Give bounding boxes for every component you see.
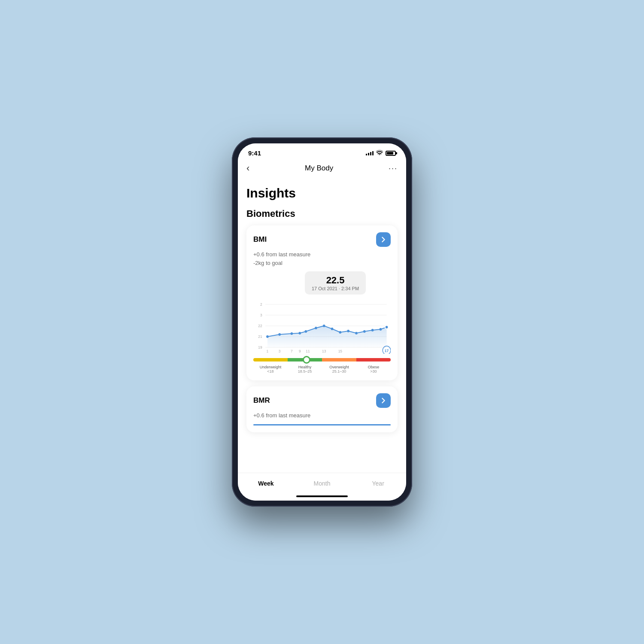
status-bar: 9:41: [238, 143, 406, 159]
back-button[interactable]: ‹: [246, 163, 249, 174]
scale-range-underweight: <18: [253, 369, 288, 374]
bmi-card: BMI +0.6 from last measure -2kg to goal …: [246, 225, 398, 380]
svg-text:11: 11: [306, 349, 310, 353]
svg-point-21: [363, 330, 366, 333]
bmr-subtitle: +0.6 from last measure: [253, 411, 391, 420]
svg-text:17: 17: [385, 349, 389, 353]
page-title: Insights: [246, 186, 398, 200]
svg-point-18: [339, 331, 342, 334]
svg-text:9: 9: [299, 349, 301, 353]
more-button[interactable]: ···: [389, 164, 398, 173]
svg-point-13: [298, 332, 301, 334]
chevron-right-icon: [380, 237, 386, 243]
svg-point-17: [331, 328, 334, 330]
scale-label-underweight: Underweight: [253, 365, 288, 369]
svg-text:13: 13: [322, 349, 326, 353]
home-bar: [296, 495, 348, 497]
scale-label-obese: Obese: [356, 365, 391, 369]
scale-label-overweight: Overweight: [322, 365, 356, 369]
status-time: 9:41: [248, 149, 261, 157]
svg-text:19: 19: [258, 345, 262, 349]
svg-text:2: 2: [260, 302, 262, 307]
signal-icon: [366, 151, 374, 155]
svg-text:1: 1: [267, 349, 269, 353]
svg-point-16: [323, 325, 325, 327]
svg-text:3: 3: [279, 349, 281, 353]
chart-tooltip: 22.5 17 Oct 2021 · 2:34 PM: [305, 271, 366, 295]
tooltip-value: 22.5: [312, 275, 359, 286]
bmi-chart: 2 3 22 21 19: [253, 298, 391, 355]
section-title: Biometrics: [246, 208, 398, 219]
bmi-label: BMI: [253, 235, 267, 244]
tab-bar: Week Month Year: [238, 473, 406, 492]
scale-label-healthy: Healthy: [288, 365, 322, 369]
svg-text:3: 3: [260, 313, 262, 317]
svg-point-10: [266, 335, 269, 338]
svg-text:15: 15: [338, 349, 343, 353]
svg-text:7: 7: [291, 349, 293, 353]
svg-point-12: [291, 332, 293, 335]
svg-point-15: [315, 327, 317, 329]
tab-year[interactable]: Year: [350, 478, 406, 489]
scale-range-overweight: 25.1–30: [322, 369, 356, 374]
svg-text:21: 21: [258, 334, 262, 339]
content-area: Insights Biometrics BMI +0.6 from last m…: [238, 179, 406, 473]
bmi-arrow-button[interactable]: [376, 232, 391, 247]
scale-range-obese: >30: [356, 369, 391, 374]
battery-icon: [386, 151, 396, 156]
bmi-scale: Underweight <18 Healthy 18.5–25 Overweig…: [253, 358, 391, 374]
home-indicator: [238, 492, 406, 501]
svg-point-24: [385, 325, 389, 329]
svg-point-11: [278, 333, 281, 336]
nav-title: My Body: [305, 164, 333, 173]
svg-point-14: [305, 330, 307, 333]
svg-point-19: [347, 330, 349, 332]
svg-point-22: [371, 329, 374, 331]
bmi-card-header: BMI: [253, 232, 391, 247]
tab-week[interactable]: Week: [238, 478, 294, 489]
svg-point-23: [380, 328, 382, 331]
scale-range-healthy: 18.5–25: [288, 369, 322, 374]
bmr-arrow-button[interactable]: [376, 393, 391, 408]
svg-text:22: 22: [258, 324, 262, 328]
bmr-card: BMR +0.6 from last measure: [246, 386, 398, 432]
tab-month[interactable]: Month: [294, 478, 350, 489]
nav-bar: ‹ My Body ···: [238, 159, 406, 179]
bmr-card-header: BMR: [253, 393, 391, 408]
bmr-progress-line: [253, 424, 391, 425]
wifi-icon: [376, 150, 383, 156]
bmr-label: BMR: [253, 396, 270, 405]
tooltip-date: 17 Oct 2021 · 2:34 PM: [312, 286, 359, 291]
svg-point-20: [355, 332, 358, 334]
status-icons: [366, 150, 396, 156]
bmi-subtitle: +0.6 from last measure -2kg to goal: [253, 250, 391, 267]
chevron-right-icon-2: [380, 398, 386, 404]
